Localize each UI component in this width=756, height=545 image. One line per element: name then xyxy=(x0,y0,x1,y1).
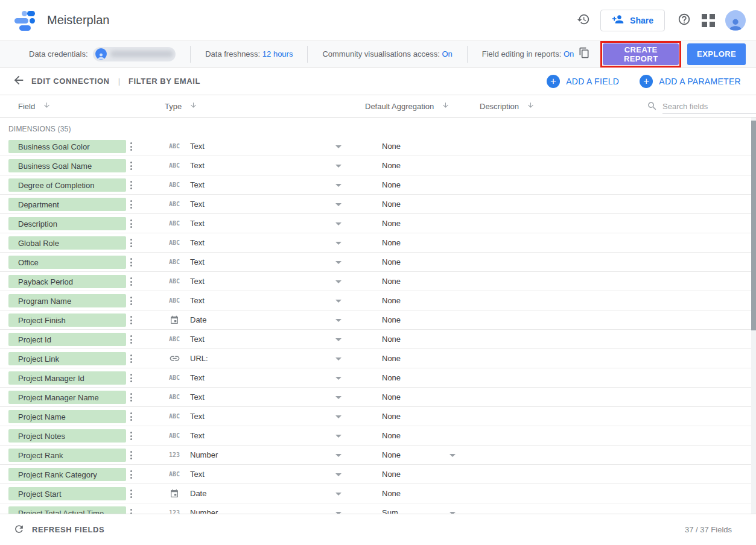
column-header-default-aggregation[interactable]: Default Aggregation xyxy=(365,95,449,117)
aggregation-value[interactable]: None xyxy=(382,470,401,479)
kebab-menu-icon[interactable] xyxy=(126,448,136,462)
add-field-button[interactable]: + ADD A FIELD xyxy=(547,75,619,88)
field-type-label[interactable]: Text xyxy=(190,200,205,209)
field-name-chip[interactable]: Project Start xyxy=(8,487,126,500)
field-type-label[interactable]: Text xyxy=(190,257,205,266)
add-parameter-button[interactable]: + ADD A PARAMETER xyxy=(640,75,741,88)
field-type-label[interactable]: Text xyxy=(190,277,205,286)
chevron-down-icon[interactable] xyxy=(335,473,341,476)
user-avatar[interactable] xyxy=(725,10,746,31)
field-type-label[interactable]: Text xyxy=(190,219,205,228)
kebab-menu-icon[interactable] xyxy=(126,409,136,424)
field-name-chip[interactable]: Payback Period xyxy=(8,275,126,288)
field-type-label[interactable]: Text xyxy=(190,238,205,247)
kebab-menu-icon[interactable] xyxy=(126,429,136,443)
chevron-down-icon[interactable] xyxy=(335,280,341,283)
aggregation-value[interactable]: None xyxy=(382,257,401,266)
kebab-menu-icon[interactable] xyxy=(126,487,136,501)
field-type-label[interactable]: URL: xyxy=(190,354,208,363)
kebab-menu-icon[interactable] xyxy=(126,467,136,482)
scrollbar-thumb[interactable] xyxy=(751,121,756,330)
chevron-down-icon[interactable] xyxy=(335,261,341,264)
kebab-menu-icon[interactable] xyxy=(126,255,136,269)
scrollbar-track[interactable] xyxy=(751,118,756,514)
field-type-label[interactable]: Text xyxy=(190,392,205,402)
back-button[interactable] xyxy=(8,69,29,93)
aggregation-value[interactable]: None xyxy=(382,219,401,228)
kebab-menu-icon[interactable] xyxy=(126,236,136,250)
data-freshness-value[interactable]: 12 hours xyxy=(262,49,293,58)
aggregation-value[interactable]: None xyxy=(382,296,401,305)
kebab-menu-icon[interactable] xyxy=(126,351,136,366)
chevron-down-icon[interactable] xyxy=(335,512,341,514)
aggregation-value[interactable]: Sum xyxy=(382,508,398,514)
aggregation-value[interactable]: None xyxy=(382,161,401,170)
chevron-down-icon[interactable] xyxy=(335,184,341,187)
field-name-chip[interactable]: Project Name xyxy=(8,410,126,423)
field-name-chip[interactable]: Project Total Actual Time xyxy=(8,506,126,514)
create-report-button[interactable]: CREATE REPORT xyxy=(603,43,679,65)
kebab-menu-icon[interactable] xyxy=(126,274,136,289)
data-credentials-pill[interactable] xyxy=(93,47,176,61)
community-viz-value[interactable]: On xyxy=(442,49,452,58)
version-history-button[interactable] xyxy=(571,8,596,33)
chevron-down-icon[interactable] xyxy=(335,203,341,206)
aggregation-value[interactable]: None xyxy=(382,354,401,363)
aggregation-value[interactable]: None xyxy=(382,450,401,459)
chevron-down-icon[interactable] xyxy=(335,222,341,225)
field-name-chip[interactable]: Project Link xyxy=(8,352,126,365)
chevron-down-icon[interactable] xyxy=(335,358,341,361)
field-type-label[interactable]: Text xyxy=(190,161,205,170)
kebab-menu-icon[interactable] xyxy=(126,294,136,308)
chevron-down-icon[interactable] xyxy=(335,435,341,438)
field-type-label[interactable]: Date xyxy=(190,315,206,324)
field-name-chip[interactable]: Department xyxy=(8,198,126,211)
chevron-down-icon[interactable] xyxy=(335,319,341,322)
kebab-menu-icon[interactable] xyxy=(126,313,136,327)
chevron-down-icon[interactable] xyxy=(335,165,341,168)
kebab-menu-icon[interactable] xyxy=(126,216,136,231)
kebab-menu-icon[interactable] xyxy=(126,159,136,173)
aggregation-value[interactable]: None xyxy=(382,200,401,209)
chevron-down-icon[interactable] xyxy=(335,338,341,341)
chevron-down-icon[interactable] xyxy=(335,145,341,148)
aggregation-value[interactable]: None xyxy=(382,238,401,247)
aggregation-value[interactable]: None xyxy=(382,180,401,189)
field-type-label[interactable]: Number xyxy=(190,508,218,514)
field-type-label[interactable]: Date xyxy=(190,489,206,498)
field-name-chip[interactable]: Description xyxy=(8,217,126,230)
aggregation-value[interactable]: None xyxy=(382,142,401,151)
kebab-menu-icon[interactable] xyxy=(126,332,136,347)
apps-grid-button[interactable] xyxy=(696,8,720,33)
field-name-chip[interactable]: Business Goal Name xyxy=(8,159,126,172)
aggregation-value[interactable]: None xyxy=(382,373,401,382)
field-name-chip[interactable]: Project Finish xyxy=(8,313,126,327)
share-button[interactable]: Share xyxy=(600,10,665,31)
copy-button[interactable] xyxy=(574,42,594,66)
refresh-fields-button[interactable]: REFRESH FIELDS xyxy=(13,523,104,537)
field-type-label[interactable]: Text xyxy=(190,373,205,382)
chevron-down-icon[interactable] xyxy=(335,396,341,399)
field-name-chip[interactable]: Global Role xyxy=(8,236,126,250)
chevron-down-icon[interactable] xyxy=(449,454,456,457)
chevron-down-icon[interactable] xyxy=(335,300,341,303)
explore-button[interactable]: EXPLORE xyxy=(687,43,746,65)
chevron-down-icon[interactable] xyxy=(335,377,341,380)
chevron-down-icon[interactable] xyxy=(335,454,341,457)
kebab-menu-icon[interactable] xyxy=(126,506,136,514)
kebab-menu-icon[interactable] xyxy=(126,178,136,192)
aggregation-value[interactable]: None xyxy=(382,431,401,440)
field-type-label[interactable]: Text xyxy=(190,470,205,479)
aggregation-value[interactable]: None xyxy=(382,277,401,286)
chevron-down-icon[interactable] xyxy=(335,415,341,418)
field-type-label[interactable]: Text xyxy=(190,412,205,421)
field-type-label[interactable]: Text xyxy=(190,142,205,151)
field-editing-value[interactable]: On xyxy=(564,49,574,58)
column-header-type[interactable]: Type xyxy=(165,95,197,117)
field-type-label[interactable]: Number xyxy=(190,450,218,459)
aggregation-value[interactable]: None xyxy=(382,489,401,498)
aggregation-value[interactable]: None xyxy=(382,392,401,402)
kebab-menu-icon[interactable] xyxy=(126,197,136,212)
aggregation-value[interactable]: None xyxy=(382,412,401,421)
field-type-label[interactable]: Text xyxy=(190,180,205,189)
